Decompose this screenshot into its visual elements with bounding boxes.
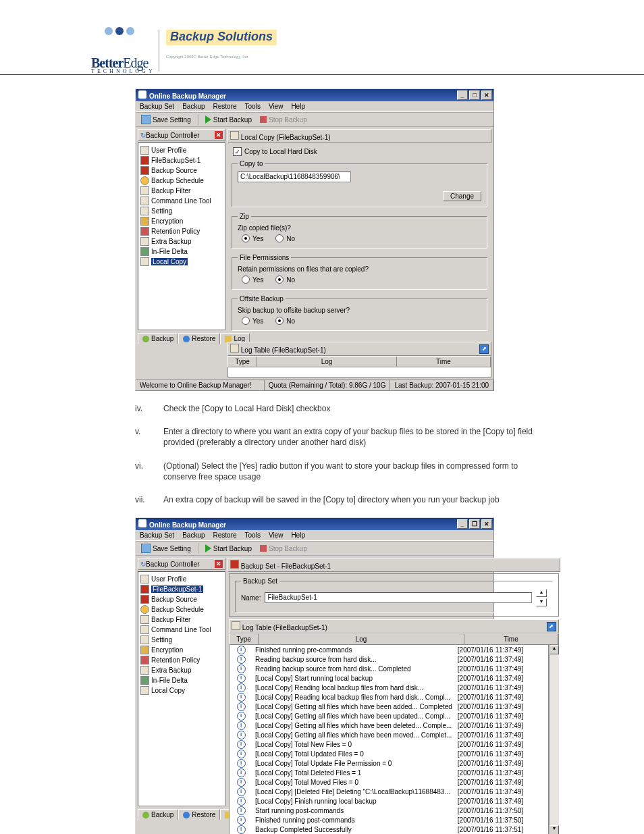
start-backup-button[interactable]: Start Backup (203, 544, 254, 553)
menu-restore[interactable]: Restore (213, 531, 237, 539)
col-type[interactable]: Type (230, 634, 259, 644)
log-expand-button[interactable]: ⬈ (547, 622, 556, 631)
menu-help[interactable]: Help (291, 103, 305, 110)
change-button[interactable]: Change (443, 191, 481, 201)
tree-item[interactable]: Command Line Tool (140, 196, 223, 206)
log-row: i[Local Copy] Total Deleted Files = 1[20… (230, 768, 548, 777)
tree-item[interactable]: FileBackupSet-1 (140, 155, 223, 165)
restore-button[interactable]: ❐ (469, 519, 480, 529)
app-window-1: Online Backup Manager _ □ ✕ Backup Set B… (135, 88, 494, 391)
log-expand-button[interactable]: ⬈ (479, 344, 489, 354)
stop-icon (260, 116, 267, 123)
tree-item[interactable]: Setting (140, 206, 223, 216)
tree-item[interactable]: Backup Schedule (140, 176, 223, 186)
tree-item[interactable]: User Profile (140, 574, 223, 584)
close-button[interactable]: ✕ (481, 90, 492, 100)
copy-local-checkbox[interactable]: ✓ Copy to Local Hard Disk (233, 147, 487, 156)
log-time: [2007/01/16 11:37:49] (455, 759, 548, 768)
info-icon: i (237, 750, 246, 758)
save-setting-button[interactable]: Save Setting (138, 114, 194, 125)
tree-item-label: FileBackupSet-1 (151, 157, 200, 164)
zip-no-radio[interactable]: No (275, 234, 295, 242)
col-log[interactable]: Log (259, 634, 464, 644)
log-message: Finished running pre-commands (252, 646, 455, 654)
copy-to-input[interactable]: C:\LocalBackup\1168848359906\ (238, 172, 351, 182)
tree-item-label: Setting (151, 636, 172, 644)
name-stepper[interactable]: ▲▼ (536, 589, 547, 606)
tree-item[interactable]: Encryption (140, 216, 223, 226)
play-icon (205, 544, 211, 552)
max-button[interactable]: □ (469, 90, 480, 100)
tree-item[interactable]: Retention Policy (140, 655, 223, 665)
min-button[interactable]: _ (457, 90, 468, 100)
titlebar[interactable]: Online Backup Manager _ ❐ ✕ (136, 518, 493, 530)
menu-view[interactable]: View (269, 103, 284, 110)
tree-item[interactable]: In-File Delta (140, 246, 223, 257)
nav-tree[interactable]: User ProfileFileBackupSet-1Backup Source… (138, 142, 225, 330)
log-message: [Local Copy] Finish running local backup (252, 797, 455, 806)
tree-item[interactable]: FileBackupSet-1 (140, 584, 223, 594)
perm-yes-radio[interactable]: Yes (242, 276, 263, 284)
menu-backup[interactable]: Backup (182, 103, 205, 110)
save-setting-button[interactable]: Save Setting (138, 543, 194, 554)
menu-view[interactable]: View (269, 531, 284, 539)
backupset-name-input[interactable]: FileBackupSet-1 (265, 592, 531, 603)
tree-item[interactable]: Backup Source (140, 594, 223, 604)
tab-restore[interactable]: Restore (178, 809, 220, 820)
tree-item[interactable]: In-File Delta (140, 675, 223, 685)
col-time[interactable]: Time (464, 634, 558, 644)
menu-tools[interactable]: Tools (245, 103, 261, 110)
tree-item-icon (140, 615, 149, 624)
log-time: [2007/01/16 11:37:50] (455, 816, 548, 825)
tree-item[interactable]: Backup Source (140, 165, 223, 176)
refresh-icon: ↻ (140, 132, 144, 139)
nav-tree[interactable]: User ProfileFileBackupSet-1Backup Source… (138, 571, 225, 806)
tree-item[interactable]: Encryption (140, 645, 223, 655)
tree-item[interactable]: Extra Backup (140, 665, 223, 675)
tree-item[interactable]: Backup Schedule (140, 604, 223, 615)
tree-item[interactable]: Extra Backup (140, 236, 223, 246)
page-header: BetterEdge technology Backup Solutions C… (0, 0, 644, 75)
status-bar: Welcome to Online Backup Manager! Quota … (136, 380, 493, 390)
perm-question: Retain permissions on files that are cop… (238, 265, 481, 273)
log-scrollbar[interactable]: ▲▼ (549, 645, 559, 834)
tab-backup[interactable]: Backup (138, 333, 178, 344)
menu-tools[interactable]: Tools (245, 531, 261, 539)
titlebar[interactable]: Online Backup Manager _ □ ✕ (136, 89, 493, 101)
menu-help[interactable]: Help (291, 531, 305, 539)
log-message: [Local Copy] Getting all files which hav… (252, 731, 455, 739)
tree-item[interactable]: User Profile (140, 145, 223, 155)
tree-item[interactable]: Setting (140, 635, 223, 645)
menu-backupset[interactable]: Backup Set (140, 531, 174, 539)
start-backup-button[interactable]: Start Backup (203, 115, 254, 124)
step-num: vii. (135, 494, 153, 505)
col-time[interactable]: Time (397, 357, 491, 367)
tree-item[interactable]: Local Copy (140, 257, 223, 267)
log-time: [2007/01/16 11:37:51] (455, 825, 548, 834)
step-num: iv. (135, 403, 153, 414)
side-close-button[interactable]: ✕ (215, 560, 223, 568)
menu-restore[interactable]: Restore (213, 103, 237, 110)
menu-backup[interactable]: Backup (182, 531, 205, 539)
tree-item[interactable]: Local Copy (140, 685, 223, 696)
tab-backup[interactable]: Backup (138, 809, 178, 820)
tree-item-label: Backup Filter (151, 616, 190, 623)
side-close-button[interactable]: ✕ (215, 131, 223, 139)
tree-item[interactable]: Backup Filter (140, 615, 223, 625)
offsite-yes-radio[interactable]: Yes (242, 317, 263, 325)
tab-restore[interactable]: Restore (178, 333, 220, 344)
tree-item[interactable]: Command Line Tool (140, 625, 223, 635)
info-icon: i (237, 674, 246, 683)
offsite-group: Offsite Backup Skip backup to offsite ba… (232, 295, 487, 331)
min-button[interactable]: _ (457, 519, 468, 529)
zip-yes-radio[interactable]: Yes (242, 234, 263, 242)
col-type[interactable]: Type (228, 357, 257, 367)
offsite-no-radio[interactable]: No (275, 317, 295, 325)
tree-item[interactable]: Retention Policy (140, 226, 223, 236)
tree-item[interactable]: Backup Filter (140, 186, 223, 196)
menu-backupset[interactable]: Backup Set (140, 103, 174, 110)
log-row: i[Local Copy] Getting all files which ha… (230, 721, 548, 730)
close-button[interactable]: ✕ (481, 519, 492, 529)
perm-no-radio[interactable]: No (275, 276, 295, 284)
col-log[interactable]: Log (257, 357, 397, 367)
